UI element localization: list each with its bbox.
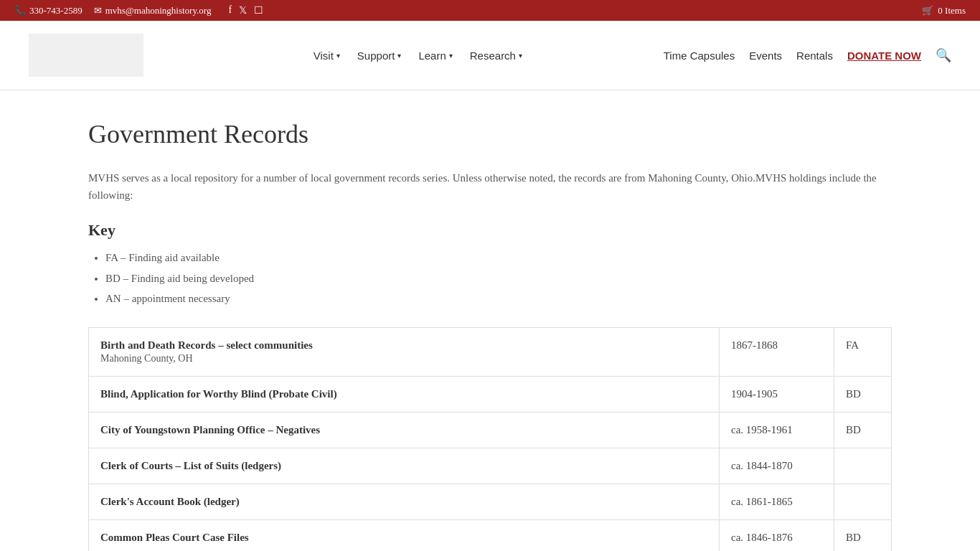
record-dates: ca. 1844-1870 [720, 448, 834, 484]
record-name: City of Youngstown Planning Office – Neg… [100, 424, 707, 436]
record-name-cell: City of Youngstown Planning Office – Neg… [89, 412, 720, 448]
nav-rentals-label: Rentals [796, 50, 833, 62]
table-row: Blind, Application for Worthy Blind (Pro… [89, 376, 892, 412]
cart-icon: 🛒 [922, 5, 933, 17]
main-nav: Visit ▾ Support ▾ Learn ▾ Research ▾ Tim… [0, 21, 980, 90]
records-table: Birth and Death Records – select communi… [88, 327, 892, 552]
nav-research-label: Research [470, 50, 516, 62]
email-icon: ✉ [94, 5, 102, 17]
record-name-cell: Birth and Death Records – select communi… [89, 327, 720, 376]
top-bar-left: 📞 330-743-2589 ✉ mvhs@mahoninghistory.or… [14, 4, 263, 17]
record-type [834, 448, 892, 484]
email-info[interactable]: ✉ mvhs@mahoninghistory.org [94, 5, 212, 17]
top-bar-right: 🛒 0 Items [922, 5, 966, 17]
nav-right: Time Capsules Events Rentals DONATE NOW … [664, 47, 951, 63]
chevron-down-icon: ▾ [519, 52, 522, 60]
record-name-cell: Blind, Application for Worthy Blind (Pro… [89, 376, 720, 412]
table-row: Clerk of Courts – List of Suits (ledgers… [89, 448, 892, 484]
instagram-icon[interactable]: ☐ [254, 4, 263, 17]
nav-visit-label: Visit [314, 50, 334, 62]
record-name: Clerk's Account Book (ledger) [100, 496, 707, 508]
nav-learn-label: Learn [418, 50, 446, 62]
nav-events[interactable]: Events [749, 50, 782, 62]
record-dates: ca. 1861-1865 [720, 484, 834, 519]
nav-research[interactable]: Research ▾ [470, 50, 522, 62]
search-button[interactable]: 🔍 [936, 47, 951, 63]
nav-time-capsules-label: Time Capsules [664, 50, 735, 62]
nav-learn[interactable]: Learn ▾ [418, 50, 452, 62]
key-list: FA – Finding aid availableBD – Finding a… [88, 250, 892, 307]
record-name: Birth and Death Records – select communi… [100, 339, 707, 352]
record-name: Common Pleas Court Case Files [100, 532, 707, 544]
chevron-down-icon: ▾ [397, 52, 401, 60]
record-name: Clerk of Courts – List of Suits (ledgers… [100, 460, 707, 472]
key-list-item: FA – Finding aid available [105, 250, 892, 266]
record-name-cell: Common Pleas Court Case Files [89, 519, 720, 551]
nav-support-label: Support [357, 50, 395, 62]
social-icons: f 𝕏 ☐ [228, 4, 263, 17]
key-list-item: BD – Finding aid being developed [105, 270, 892, 287]
nav-support[interactable]: Support ▾ [357, 50, 402, 62]
cart-area[interactable]: 🛒 0 Items [922, 5, 966, 17]
record-name-cell: Clerk's Account Book (ledger) [89, 484, 720, 519]
intro-text: MVHS serves as a local repository for a … [88, 169, 892, 204]
chevron-down-icon: ▾ [336, 52, 340, 60]
record-dates: 1904-1905 [720, 376, 834, 412]
facebook-icon[interactable]: f [228, 4, 232, 17]
nav-events-label: Events [749, 50, 782, 62]
phone-icon: 📞 [14, 5, 26, 17]
table-row: City of Youngstown Planning Office – Neg… [89, 412, 892, 448]
record-type: FA [834, 327, 892, 376]
main-content: Government Records MVHS serves as a loca… [60, 119, 920, 551]
phone-number: 330-743-2589 [29, 5, 83, 17]
record-type: BD [834, 519, 892, 551]
logo-area[interactable] [29, 34, 172, 77]
chevron-down-icon: ▾ [449, 52, 453, 60]
record-type: BD [834, 412, 892, 448]
nav-left: Visit ▾ Support ▾ Learn ▾ Research ▾ [314, 50, 522, 62]
record-dates: ca. 1846-1876 [720, 519, 834, 551]
site-logo[interactable] [29, 34, 143, 77]
record-name-cell: Clerk of Courts – List of Suits (ledgers… [89, 448, 720, 484]
record-type [834, 484, 892, 519]
record-dates: ca. 1958-1961 [720, 412, 834, 448]
page-title: Government Records [88, 119, 892, 149]
key-heading: Key [88, 221, 892, 240]
table-row: Clerk's Account Book (ledger)ca. 1861-18… [89, 484, 892, 519]
table-row: Birth and Death Records – select communi… [89, 327, 892, 376]
email-address: mvhs@mahoninghistory.org [105, 5, 212, 17]
record-subtitle: Mahoning County, OH [100, 353, 707, 364]
key-list-item: AN – appointment necessary [105, 291, 892, 307]
record-type: BD [834, 376, 892, 412]
nav-rentals[interactable]: Rentals [796, 50, 833, 62]
nav-visit[interactable]: Visit ▾ [314, 50, 340, 62]
cart-count: 0 Items [938, 5, 966, 17]
record-name: Blind, Application for Worthy Blind (Pro… [100, 388, 707, 400]
donate-now-button[interactable]: DONATE NOW [847, 50, 921, 62]
table-row: Common Pleas Court Case Filesca. 1846-18… [89, 519, 892, 551]
top-bar: 📞 330-743-2589 ✉ mvhs@mahoninghistory.or… [0, 0, 980, 21]
nav-time-capsules[interactable]: Time Capsules [664, 50, 735, 62]
phone-info: 📞 330-743-2589 [14, 5, 83, 17]
twitter-icon[interactable]: 𝕏 [239, 4, 247, 17]
record-dates: 1867-1868 [720, 327, 834, 376]
